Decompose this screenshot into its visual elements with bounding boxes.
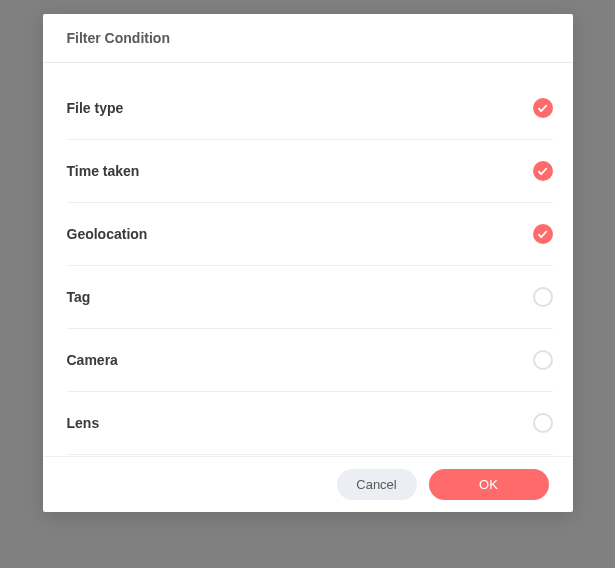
filter-item-label: Tag <box>67 289 91 305</box>
modal-footer: Cancel OK <box>43 456 573 512</box>
filter-condition-modal: Filter Condition File typeTime takenGeol… <box>43 14 573 512</box>
filter-item-checkbox[interactable] <box>533 350 553 370</box>
check-icon <box>537 166 548 177</box>
filter-item-label: File type <box>67 100 124 116</box>
filter-list: File typeTime takenGeolocationTagCameraL… <box>67 63 573 455</box>
filter-item[interactable]: Camera <box>67 329 553 392</box>
filter-item-checkbox[interactable] <box>533 224 553 244</box>
filter-item-checkbox[interactable] <box>533 161 553 181</box>
filter-item[interactable]: Lens <box>67 392 553 455</box>
ok-button[interactable]: OK <box>429 469 549 500</box>
filter-item-label: Lens <box>67 415 100 431</box>
modal-title: Filter Condition <box>67 30 549 46</box>
filter-item[interactable]: Geolocation <box>67 203 553 266</box>
filter-item[interactable]: Time taken <box>67 140 553 203</box>
cancel-button[interactable]: Cancel <box>337 469 417 500</box>
filter-item-checkbox[interactable] <box>533 287 553 307</box>
modal-body[interactable]: File typeTime takenGeolocationTagCameraL… <box>43 63 573 456</box>
filter-item-label: Geolocation <box>67 226 148 242</box>
filter-item[interactable]: File type <box>67 77 553 140</box>
filter-item-label: Camera <box>67 352 118 368</box>
modal-header: Filter Condition <box>43 14 573 63</box>
filter-item-checkbox[interactable] <box>533 413 553 433</box>
filter-item-checkbox[interactable] <box>533 98 553 118</box>
filter-item-label: Time taken <box>67 163 140 179</box>
check-icon <box>537 229 548 240</box>
filter-item[interactable]: Tag <box>67 266 553 329</box>
check-icon <box>537 103 548 114</box>
